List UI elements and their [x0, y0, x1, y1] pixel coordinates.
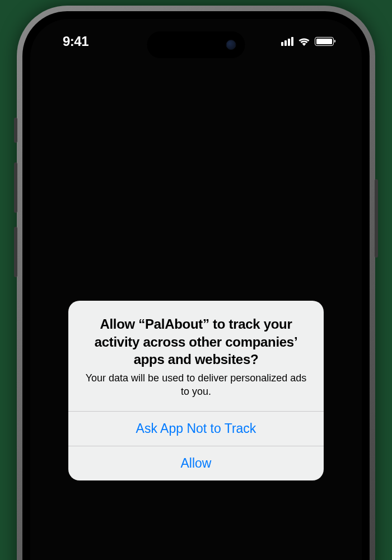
- phone-bezel: 9:41: [22, 11, 370, 560]
- alert-message: Your data will be used to deliver person…: [81, 371, 311, 399]
- ask-not-to-track-button[interactable]: Ask App Not to Track: [68, 411, 324, 446]
- status-icons: [281, 37, 334, 46]
- front-camera: [226, 40, 236, 50]
- cellular-signal-icon: [281, 37, 293, 46]
- ring-switch: [14, 118, 17, 143]
- phone-frame: 9:41: [17, 6, 375, 560]
- alert-content: Allow “PalAbout” to track your activity …: [68, 301, 324, 410]
- dynamic-island: [147, 31, 245, 58]
- status-time: 9:41: [63, 34, 88, 49]
- alert-title: Allow “PalAbout” to track your activity …: [81, 315, 311, 368]
- wifi-icon: [298, 37, 310, 46]
- alert-overlay: Allow “PalAbout” to track your activity …: [30, 19, 362, 560]
- battery-icon: [315, 37, 334, 46]
- phone-screen: 9:41: [30, 19, 362, 560]
- tracking-permission-dialog: Allow “PalAbout” to track your activity …: [68, 301, 324, 480]
- volume-down-button: [14, 227, 17, 277]
- power-button: [375, 179, 378, 258]
- allow-button[interactable]: Allow: [68, 446, 324, 480]
- volume-up-button: [14, 162, 17, 213]
